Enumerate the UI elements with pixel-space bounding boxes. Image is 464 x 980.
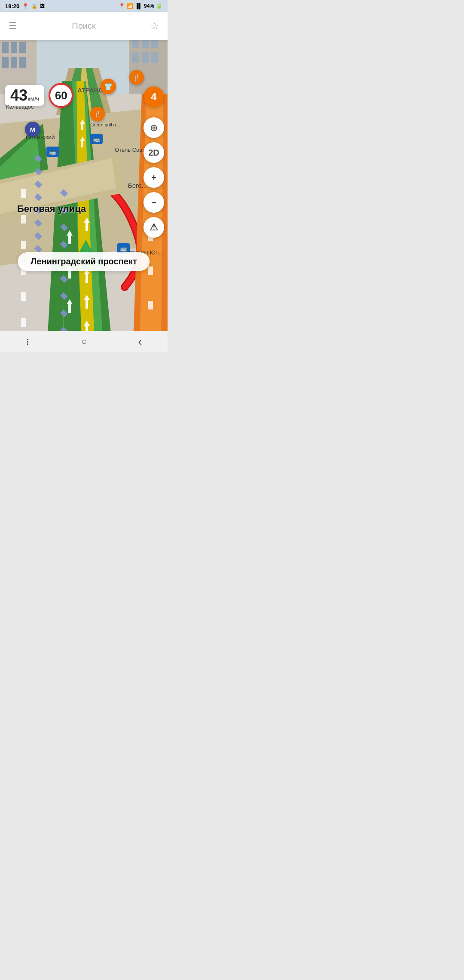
svg-rect-14 [142,52,149,63]
svg-rect-12 [151,40,158,48]
battery-level: 94% [144,3,154,9]
compass-button[interactable]: ◎ [143,117,164,138]
svg-marker-68 [21,189,26,198]
search-bar: ☰ Поиск ☆ [0,12,168,40]
bus-stop-top: 🚌 [90,134,103,144]
view-mode-button[interactable]: 2D [143,142,164,163]
svg-marker-75 [148,266,153,275]
speed-unit: км/ч [27,95,39,102]
zoom-out-button[interactable]: − [143,192,164,213]
svg-marker-69 [21,215,26,224]
svg-rect-5 [19,42,26,53]
speed-limit-sign: 60 [49,83,73,108]
svg-rect-4 [11,42,17,53]
compass-icon: ◎ [150,123,157,132]
begovaya-street-label: Беговая улица [17,203,86,214]
location-icon2: 📍 [119,3,125,9]
warning-button[interactable]: ⚠ [143,217,164,238]
signal-icon: ▐▌ [135,3,142,9]
poi-hanger: 👕 [101,79,116,94]
nav-home-button[interactable]: ○ [81,336,87,347]
poi-green-grill: 🍴 Green grill re... [90,107,122,127]
svg-rect-11 [142,40,149,48]
menu-button[interactable]: ☰ [9,21,17,32]
svg-rect-8 [19,57,26,68]
zoom-in-button[interactable]: + [143,167,164,188]
poi-restaurant1: 🍴 [129,70,144,85]
wifi-icon: 📶 [127,3,133,9]
cluster-badge[interactable]: 4 [143,86,164,107]
speed-limit-value: 60 [55,89,67,102]
svg-marker-73 [21,318,26,327]
search-placeholder[interactable]: Поиск [17,21,150,31]
svg-rect-3 [2,42,9,53]
sim-icon: 🔒 [31,3,37,9]
svg-rect-6 [2,57,9,68]
location-icon: 📍 [22,3,29,9]
current-speed-box: 43км/ч [5,85,44,106]
leningradsky-label: Ленинградский проспект [18,252,150,271]
svg-marker-76 [148,301,153,309]
status-bar: 19:20 📍 🔒 🖼 📍 📶 ▐▌ 94% 🔋 [0,0,168,12]
nav-menu-button[interactable]: ⫶ [25,336,30,347]
status-right: 📍 📶 ▐▌ 94% 🔋 [119,3,162,9]
nav-back-button[interactable]: ‹ [138,335,142,349]
zoom-in-icon: + [151,173,156,183]
view-mode-label: 2D [148,148,159,158]
svg-rect-7 [11,57,17,68]
map-controls: ◎ 2D + − ⚠ [143,92,164,238]
svg-rect-13 [132,52,139,63]
bus-stop-left: 🚌 [46,147,59,157]
bottom-nav: ⫶ ○ ‹ [0,331,168,352]
poi-metro: M [25,122,40,137]
status-left: 19:20 📍 🔒 🖼 [5,3,45,9]
favorite-button[interactable]: ☆ [150,21,159,32]
image-icon: 🖼 [40,3,45,9]
speed-display: 43км/ч 60 [5,83,73,108]
zoom-out-icon: − [151,198,156,208]
status-time: 19:20 [5,3,19,9]
svg-marker-70 [21,241,26,249]
warning-icon: ⚠ [150,222,158,233]
svg-rect-15 [151,52,158,63]
svg-rect-10 [132,40,139,48]
speed-value: 43 [10,86,27,104]
map-container[interactable]: 43км/ч 60 АТРАНС Кальвадос 🍴 👕 🍴 Green g… [0,40,168,331]
battery-icon: 🔋 [156,3,162,9]
svg-marker-72 [21,292,26,301]
